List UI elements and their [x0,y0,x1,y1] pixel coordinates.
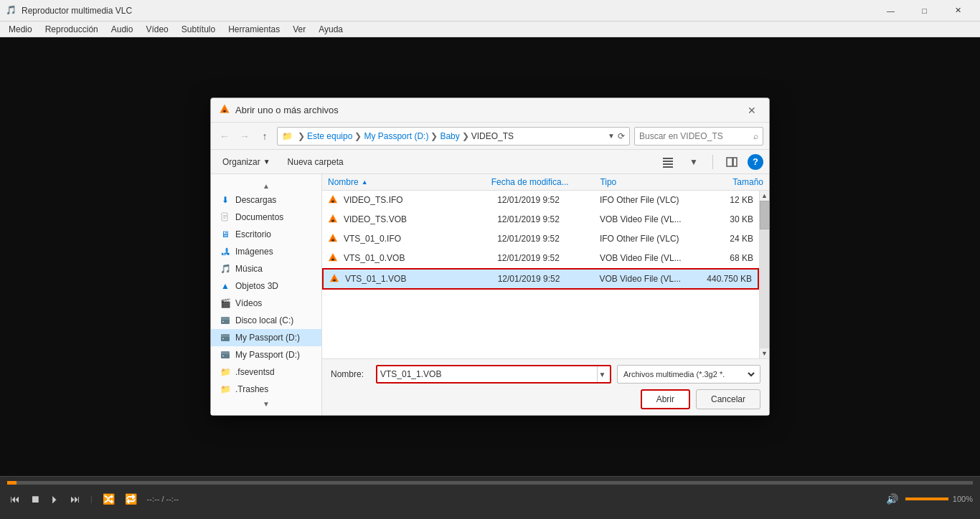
nav-imagenes[interactable]: 🏞 Imágenes [211,243,321,260]
menu-video[interactable]: Vídeo [140,23,174,36]
svg-rect-19 [221,353,230,358]
scroll-up-arrow[interactable]: ▲ [211,180,321,191]
col-header-date[interactable]: Fecha de modifica... [491,177,600,187]
nav-videos[interactable]: 🎬 Vídeos [211,295,321,312]
preview-pane-button[interactable] [722,152,742,172]
svg-rect-13 [221,319,230,324]
shuffle-button[interactable]: 🔀 [100,492,118,506]
nav-documentos[interactable]: Documentos [211,209,321,226]
play-button[interactable]: ⏵ [47,492,63,506]
svg-rect-17 [222,338,224,339]
forward-button[interactable]: → [237,128,253,144]
progress-fill [7,481,17,485]
menu-bar: Medio Reproducción Audio Vídeo Subtítulo… [0,22,980,37]
prev-button[interactable]: ⏮ [7,492,23,506]
nav-escritorio[interactable]: 🖥 Escritorio [211,226,321,243]
breadcrumb-my-passport[interactable]: My Passport (D:) [364,131,428,141]
back-button[interactable]: ← [217,128,232,144]
action-row: Abrir Cancelar [331,389,760,409]
nav-descargas[interactable]: ⬇ Descargas [211,191,321,209]
svg-rect-24 [331,201,334,203]
nav-objetos3d[interactable]: ▲ Objetos 3D [211,277,321,295]
menu-audio[interactable]: Audio [105,23,139,36]
nav-objetos3d-label: Objetos 3D [235,281,278,291]
dialog-close-button[interactable]: ✕ [743,102,760,119]
next-button[interactable]: ⏭ [67,492,83,506]
file-row-video-ts-vob[interactable]: VIDEO_TS.VOB 12/01/2019 9:52 VOB Video F… [322,210,759,229]
folder-fseventsd-icon: 📁 [220,366,231,378]
vlc-cone-icon-2 [328,233,339,244]
new-folder-button[interactable]: Nueva carpeta [282,155,349,169]
maximize-button[interactable]: □ [908,0,941,22]
svg-rect-2 [223,110,226,113]
menu-reproduccion[interactable]: Reproducción [39,23,104,36]
col-header-type[interactable]: Tipo [600,177,709,187]
view-dropdown-button[interactable]: ▼ [684,152,704,172]
svg-rect-36 [333,280,336,282]
progress-bar[interactable] [7,481,973,485]
scrollbar-up-arrow[interactable]: ▲ [760,191,770,201]
svg-rect-27 [331,220,334,222]
help-button[interactable]: ? [748,154,763,170]
stop-button[interactable]: ⏹ [27,492,43,506]
up-button[interactable]: ↑ [257,128,273,144]
volume-icon[interactable]: 🔊 [883,492,901,506]
svg-rect-4 [663,161,673,162]
file-row-vts-01-1-vob[interactable]: VTS_01_1.VOB 12/01/2019 9:52 VOB Video F… [322,268,759,290]
scrollbar-track[interactable] [760,201,770,348]
scrollbar-down-arrow[interactable]: ▼ [760,348,770,358]
cancel-button[interactable]: Cancelar [696,389,760,409]
menu-ayuda[interactable]: Ayuda [313,23,349,36]
breadcrumb-baby[interactable]: Baby [440,131,459,141]
svg-rect-20 [222,356,224,356]
nav-my-passport-selected[interactable]: My Passport (D:) [211,329,321,346]
file-row-video-ts-ifo[interactable]: VIDEO_TS.IFO 12/01/2019 9:52 IFO Other F… [322,191,759,210]
organize-button[interactable]: Organizar ▼ [217,155,276,169]
filename-dropdown-button[interactable]: ▼ [597,366,607,382]
controls-row: ⏮ ⏹ ⏵ ⏭ | 🔀 🔁 --:-- / --:-- 🔊 100% [0,489,980,509]
nav-trashes[interactable]: 📁 .Trashes [211,381,321,398]
scroll-down-arrow[interactable]: ▼ [211,398,321,409]
refresh-button[interactable]: ⟳ [618,131,625,141]
dialog-content: ▲ ⬇ Descargas Documentos 🖥 Escritorio [211,174,769,415]
menu-ver[interactable]: Ver [287,23,311,36]
filetype-select[interactable]: Archivos multimedia (*.3g2 *. [621,369,757,379]
left-nav-panel: ▲ ⬇ Descargas Documentos 🖥 Escritorio [211,174,322,415]
file-row-vts-01-0-vob[interactable]: VTS_01_0.VOB 12/01/2019 9:52 VOB Video F… [322,249,759,268]
dialog-overlay: Abrir uno o más archivos ✕ ← → ↑ 📁 ❯ Est… [0,37,980,476]
close-button[interactable]: ✕ [942,0,974,22]
nav-fseventsd-label: .fseventsd [235,367,275,377]
file-row-vts-01-0-ifo[interactable]: VTS_01_0.IFO 12/01/2019 9:52 IFO Other F… [322,229,759,249]
search-input[interactable] [639,131,753,141]
svg-rect-30 [331,239,334,242]
col-header-name[interactable]: Nombre ▲ [328,177,491,187]
open-button[interactable]: Abrir [641,389,690,409]
menu-subtitulo[interactable]: Subtítulo [176,23,221,36]
volume-area: 🔊 100% [883,492,973,506]
menu-herramientas[interactable]: Herramientas [222,23,286,36]
minimize-button[interactable]: — [875,0,907,22]
nav-disco-local[interactable]: Disco local (C:) [211,312,321,329]
sort-arrow-icon: ▲ [362,178,368,186]
svg-rect-21 [221,351,230,354]
filename-label: Nombre: [331,369,370,379]
file-dialog: Abrir uno o más archivos ✕ ← → ↑ 📁 ❯ Est… [210,97,770,416]
search-box: ⌕ [634,127,763,146]
view-details-button[interactable] [658,152,678,172]
breadcrumb-dropdown[interactable]: ▼ [608,132,615,140]
filename-input[interactable] [380,369,597,379]
nav-my-passport-2[interactable]: My Passport (D:) [211,346,321,363]
search-icon: ⌕ [753,131,758,141]
nav-escritorio-label: Escritorio [235,229,271,239]
nav-musica[interactable]: 🎵 Música [211,260,321,277]
volume-bar[interactable] [905,497,948,500]
col-header-size[interactable]: Tamaño [709,177,763,187]
nav-fseventsd[interactable]: 📁 .fseventsd [211,363,321,381]
download-icon: ⬇ [220,194,231,206]
repeat-button[interactable]: 🔁 [122,492,140,506]
file-list-body: VIDEO_TS.IFO 12/01/2019 9:52 IFO Other F… [322,191,759,358]
breadcrumb-este-equipo[interactable]: Este equipo [307,131,352,141]
menu-medio[interactable]: Medio [3,23,38,36]
scrollbar-thumb[interactable] [760,201,770,229]
document-icon [220,211,231,223]
